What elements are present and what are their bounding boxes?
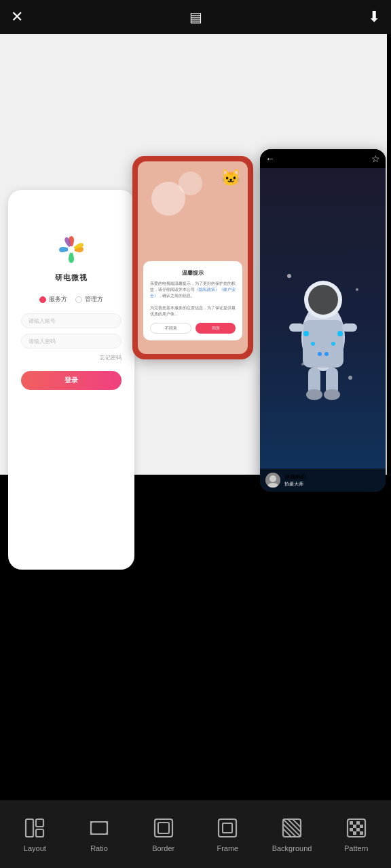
right-phone-header: ← ☆ bbox=[260, 149, 386, 168]
user-text: 冰冻科幻 拍摄大师 bbox=[284, 473, 306, 488]
svg-rect-30 bbox=[158, 823, 169, 833]
radio-option-manage[interactable]: 管理方 bbox=[75, 295, 103, 304]
toolbar-item-border[interactable]: Border bbox=[131, 816, 196, 852]
svg-rect-44 bbox=[350, 828, 353, 831]
astronaut-svg bbox=[282, 256, 364, 405]
layout-icon bbox=[22, 816, 47, 840]
radio-group: 服务方 管理方 bbox=[39, 295, 103, 304]
svg-line-34 bbox=[283, 819, 301, 837]
avatar bbox=[265, 473, 280, 488]
radio-dot-manage bbox=[75, 296, 82, 303]
star-icon[interactable]: ☆ bbox=[371, 153, 380, 164]
dialog-buttons: 不同意 同意 bbox=[150, 323, 236, 334]
phone-mockup-center: 🐱 温馨提示 亲爱的电视端温馨提示，为了更好的保护您的权益，请仔细阅读并本公司《… bbox=[132, 156, 253, 359]
svg-rect-45 bbox=[356, 828, 360, 831]
svg-rect-10 bbox=[289, 323, 304, 332]
layout-label: Layout bbox=[24, 844, 46, 852]
svg-rect-32 bbox=[223, 823, 232, 833]
account-link: 《账户安全》 bbox=[150, 288, 236, 298]
toolbar-item-pattern[interactable]: Pattern bbox=[324, 816, 388, 852]
privacy-link: 《隐私政策》 bbox=[195, 288, 219, 292]
svg-point-23 bbox=[269, 475, 276, 482]
pattern-icon bbox=[344, 816, 369, 840]
login-button[interactable]: 登录 bbox=[21, 371, 122, 390]
svg-point-14 bbox=[311, 342, 315, 346]
username-field[interactable]: 请输入账号 bbox=[21, 313, 122, 328]
svg-point-15 bbox=[331, 342, 335, 346]
svg-rect-9 bbox=[303, 320, 343, 368]
toolbar-item-frame[interactable]: Frame bbox=[196, 816, 260, 852]
frame-label: Frame bbox=[217, 844, 238, 852]
frame-icon bbox=[215, 816, 240, 840]
decoration-circle-med bbox=[179, 172, 202, 195]
toolbar-item-background[interactable]: Background bbox=[260, 816, 324, 852]
svg-point-20 bbox=[306, 389, 322, 400]
svg-point-5 bbox=[348, 376, 352, 380]
svg-point-21 bbox=[324, 389, 340, 400]
phone-mockup-left: 研电微视 服务方 管理方 请输入账号 请输入密码 忘记密码 登录 bbox=[8, 190, 134, 570]
radio-option-service[interactable]: 服务方 bbox=[39, 295, 67, 304]
user-name: 冰冻科幻 bbox=[284, 473, 306, 481]
svg-point-3 bbox=[356, 288, 358, 291]
radio-dot-service bbox=[39, 296, 46, 303]
svg-point-16 bbox=[318, 352, 322, 356]
radio-label-manage: 管理方 bbox=[85, 295, 103, 304]
password-field[interactable]: 请输入密码 bbox=[21, 334, 122, 349]
dialog-title: 温馨提示 bbox=[150, 269, 236, 277]
app-logo-area: 研电微视 服务方 管理方 请输入账号 请输入密码 忘记密码 登录 bbox=[8, 190, 134, 390]
pattern-label: Pattern bbox=[344, 844, 368, 852]
svg-point-2 bbox=[287, 274, 291, 278]
mascot-emoji: 🐱 bbox=[221, 168, 241, 187]
background-label: Background bbox=[272, 844, 312, 852]
border-icon bbox=[151, 816, 176, 840]
svg-rect-29 bbox=[155, 819, 172, 837]
svg-rect-42 bbox=[353, 825, 356, 828]
dialog-cancel-button[interactable]: 不同意 bbox=[150, 323, 191, 334]
user-info-bar: 冰冻科幻 拍摄大师 bbox=[260, 469, 386, 492]
svg-line-38 bbox=[293, 819, 301, 827]
dialog-box: 温馨提示 亲爱的电视端温馨提示，为了更好的保护您的权益，请仔细阅读并本公司《隐私… bbox=[143, 261, 242, 340]
svg-rect-28 bbox=[91, 822, 107, 834]
close-icon[interactable]: ✕ bbox=[11, 8, 23, 26]
svg-rect-40 bbox=[350, 821, 353, 825]
svg-rect-26 bbox=[36, 819, 43, 827]
bottom-toolbar: Layout Ratio Border bbox=[0, 800, 391, 868]
svg-line-37 bbox=[283, 829, 291, 837]
border-label: Border bbox=[152, 844, 174, 852]
back-icon[interactable]: ← bbox=[265, 153, 275, 164]
user-subtitle: 拍摄大师 bbox=[284, 481, 306, 488]
svg-rect-25 bbox=[26, 819, 33, 837]
radio-label-service: 服务方 bbox=[49, 295, 67, 304]
download-icon[interactable]: ⬇ bbox=[368, 8, 380, 26]
password-placeholder: 请输入密码 bbox=[29, 338, 56, 345]
background-icon bbox=[280, 816, 304, 840]
svg-rect-31 bbox=[219, 819, 236, 837]
ratio-label: Ratio bbox=[90, 844, 108, 852]
svg-point-13 bbox=[337, 331, 343, 336]
phone-mockup-right: ← ☆ bbox=[260, 149, 386, 492]
top-bar: ✕ ▤ ⬇ bbox=[0, 0, 391, 34]
forgot-password-link[interactable]: 忘记密码 bbox=[21, 354, 122, 361]
svg-rect-27 bbox=[36, 829, 43, 837]
dialog-confirm-button[interactable]: 同意 bbox=[196, 323, 236, 334]
menu-icon[interactable]: ▤ bbox=[189, 9, 202, 25]
dialog-text: 亲爱的电视端温馨提示，为了更好的保护您的权益，请仔细阅读并本公司《隐私政策》《账… bbox=[150, 281, 236, 317]
toolbar-item-layout[interactable]: Layout bbox=[3, 816, 67, 852]
svg-point-17 bbox=[324, 352, 329, 356]
toolbar-item-ratio[interactable]: Ratio bbox=[67, 816, 132, 852]
ratio-icon bbox=[87, 816, 111, 840]
svg-rect-11 bbox=[342, 323, 357, 332]
svg-rect-47 bbox=[360, 831, 363, 835]
user-info: 冰冻科幻 拍摄大师 bbox=[265, 473, 380, 488]
app-name: 研电微视 bbox=[55, 273, 88, 283]
app-logo bbox=[52, 231, 90, 269]
svg-point-1 bbox=[68, 246, 75, 253]
svg-rect-46 bbox=[353, 831, 356, 835]
svg-point-12 bbox=[303, 331, 309, 336]
svg-point-8 bbox=[308, 285, 338, 315]
svg-rect-43 bbox=[360, 825, 363, 828]
username-placeholder: 请输入账号 bbox=[29, 317, 56, 325]
center-phone-inner: 🐱 温馨提示 亲爱的电视端温馨提示，为了更好的保护您的权益，请仔细阅读并本公司《… bbox=[138, 161, 248, 354]
right-phone-content: 冰冻科幻 拍摄大师 bbox=[260, 168, 386, 492]
svg-rect-41 bbox=[356, 821, 360, 825]
